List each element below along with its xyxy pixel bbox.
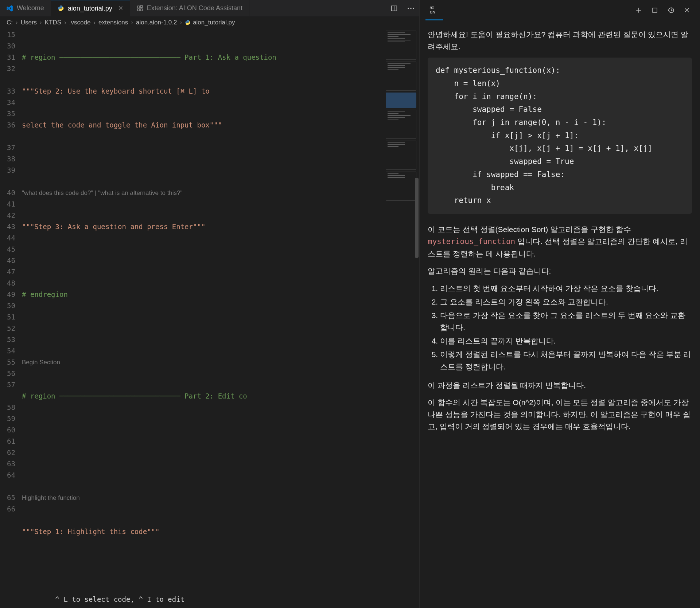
assistant-text: 이 과정을 리스트가 정렬될 때까지 반복합니다. xyxy=(428,379,692,391)
list-item: 이를 리스트의 끝까지 반복합니다. xyxy=(440,335,692,347)
codelens[interactable]: Highlight the function xyxy=(22,492,419,503)
assistant-header: AI ON xyxy=(420,0,700,21)
svg-point-9 xyxy=(410,8,411,9)
list-item: 다음으로 가장 작은 요소를 찾아 그 요소를 리스트의 두 번째 요소와 교환… xyxy=(440,309,692,333)
assistant-brand-tab[interactable]: AI ON xyxy=(425,0,443,20)
fullscreen-button[interactable] xyxy=(648,3,662,17)
codelens[interactable]: "what does this code do?" | "what is an … xyxy=(22,187,419,199)
svg-rect-4 xyxy=(140,9,143,11)
code-area[interactable]: # region ───────────────────────────── P… xyxy=(22,28,419,608)
vscode-icon xyxy=(7,5,13,12)
editor-pane: Welcome aion_tutorial.py Extension: AI:O… xyxy=(0,0,419,608)
svg-point-8 xyxy=(408,8,409,9)
editor-tab-bar: Welcome aion_tutorial.py Extension: AI:O… xyxy=(0,0,419,16)
tab-label: Extension: AI:ON Code Assistant xyxy=(147,4,242,12)
breadcrumb-segment[interactable]: extensions xyxy=(98,19,128,26)
svg-point-10 xyxy=(413,8,414,9)
breadcrumb-segment[interactable]: aion_tutorial.py xyxy=(185,19,235,26)
assistant-text: 이 코드는 선택 정렬(Selection Sort) 알고리즘을 구현한 함수… xyxy=(428,223,692,260)
tab-extension-aion[interactable]: Extension: AI:ON Code Assistant xyxy=(130,0,249,16)
breadcrumb-segment[interactable]: aion.aion-1.0.2 xyxy=(136,19,177,26)
tab-welcome[interactable]: Welcome xyxy=(0,0,51,16)
breadcrumb-segment[interactable]: KTDS xyxy=(45,19,61,26)
assistant-greeting: 안녕하세요! 도움이 필요하신가요? 컴퓨터 과학에 관련된 질문이 있으시면 … xyxy=(428,28,692,52)
list-item: 리스트의 첫 번째 요소부터 시작하여 가장 작은 요소를 찾습니다. xyxy=(440,282,692,294)
svg-rect-15 xyxy=(653,8,657,12)
python-icon xyxy=(58,5,64,12)
tab-label: aion_tutorial.py xyxy=(68,5,112,12)
svg-rect-5 xyxy=(140,5,143,8)
close-assistant-button[interactable] xyxy=(680,3,694,17)
new-chat-button[interactable] xyxy=(631,3,646,17)
breadcrumb-segment[interactable]: C: xyxy=(7,19,13,26)
assistant-body[interactable]: 안녕하세요! 도움이 필요하신가요? 컴퓨터 과학에 관련된 질문이 있으시면 … xyxy=(420,21,700,608)
assistant-pane: AI ON 안녕하세요! 도움이 필요하신가요? 컴퓨 xyxy=(419,0,700,608)
svg-rect-2 xyxy=(137,6,140,8)
svg-rect-3 xyxy=(137,9,140,11)
assistant-text: 알고리즘의 원리는 다음과 같습니다: xyxy=(428,265,692,277)
code-editor[interactable]: 1530313233343536373839404142434445464748… xyxy=(0,28,419,608)
assistant-text: 이 함수의 시간 복잡도는 O(n^2)이며, 이는 모든 정렬 알고리즘 중에… xyxy=(428,396,692,433)
aion-logo-icon: AI ON xyxy=(429,5,439,15)
list-item: 그 요소를 리스트의 가장 왼쪽 요소와 교환합니다. xyxy=(440,296,692,308)
tab-label: Welcome xyxy=(17,4,44,12)
minimap[interactable] xyxy=(383,28,419,608)
close-icon[interactable] xyxy=(118,5,123,12)
assistant-code-block: def mysterious_function(x): n = len(x) f… xyxy=(428,58,692,214)
codelens[interactable]: Begin Section xyxy=(22,357,419,368)
svg-text:ON: ON xyxy=(430,10,435,14)
extensions-icon xyxy=(137,5,143,12)
history-button[interactable] xyxy=(664,3,678,17)
editor-scrollbar[interactable] xyxy=(414,28,419,608)
svg-text:AI: AI xyxy=(430,5,434,9)
list-item: 이렇게 정렬된 리스트를 다시 처음부터 끝까지 반복하여 다음 작은 부분 리… xyxy=(440,348,692,372)
line-number-gutter: 1530313233343536373839404142434445464748… xyxy=(0,28,22,608)
breadcrumb-segment[interactable]: Users xyxy=(21,19,37,26)
breadcrumb-segment[interactable]: .vscode xyxy=(69,19,91,26)
breadcrumb[interactable]: C:› Users› KTDS› .vscode› extensions› ai… xyxy=(0,16,419,28)
assistant-steps-list: 리스트의 첫 번째 요소부터 시작하여 가장 작은 요소를 찾습니다. 그 요소… xyxy=(440,282,692,373)
split-editor-button[interactable] xyxy=(386,0,402,16)
tab-aion-tutorial[interactable]: aion_tutorial.py xyxy=(51,0,130,16)
more-actions-button[interactable] xyxy=(402,0,419,16)
